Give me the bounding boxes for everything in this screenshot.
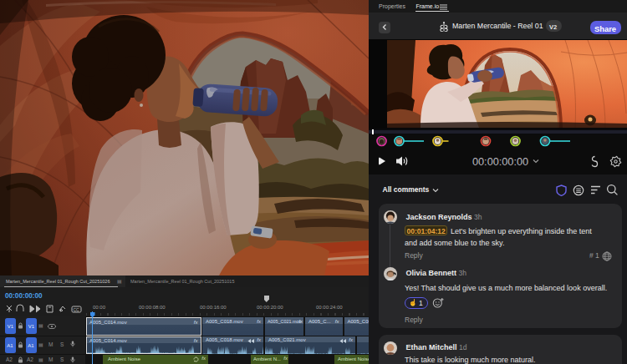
svg-text:CC: CC (74, 307, 80, 312)
